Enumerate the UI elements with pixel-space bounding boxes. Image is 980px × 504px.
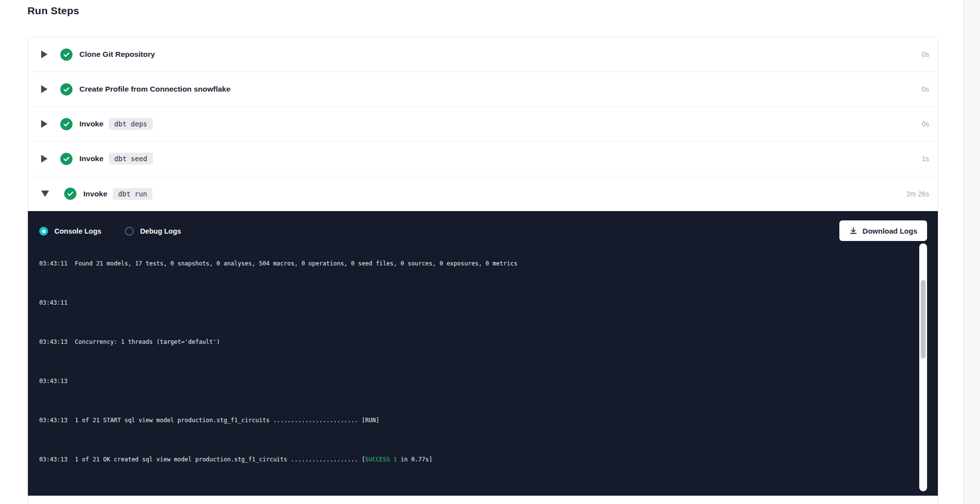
log-line: 03:43:132 of 21 START sql view model pro… [39,494,936,496]
run-step-row[interactable]: Invoke dbt run 2m 26s [28,176,938,211]
log-status: [RUN] [358,495,379,496]
right-gutter [963,0,980,504]
run-step-row[interactable]: Clone Git Repository 0s [28,37,938,72]
log-scrollbar-thumb[interactable] [921,280,926,359]
log-type-radio[interactable]: Console Logs [39,227,101,236]
step-duration: 0s [922,120,929,128]
expand-caret-icon[interactable] [41,155,48,163]
step-label: Clone Git Repository [79,50,155,59]
log-message: 1 of 21 OK created sql view model produc… [75,456,358,463]
console-log-output[interactable]: 03:43:11Found 21 models, 17 tests, 0 sna… [39,243,936,496]
log-line: 03:43:11 [39,298,936,308]
console-header: Console Logs Debug Logs Download Logs [28,211,938,243]
radio-icon[interactable] [39,227,48,236]
run-detail-page: Run Steps Clone Git Repository 0s Create… [0,0,980,504]
log-timestamp: 03:43:13 [39,376,68,386]
step-label: Invoke [79,120,103,128]
log-message: 2 of 21 START sql view model production.… [75,495,358,496]
step-command-chip: dbt seed [109,153,152,165]
expand-caret-icon[interactable] [41,191,49,197]
log-timestamp: 03:43:13 [39,337,68,347]
log-line: 03:43:13 [39,376,936,386]
console-panel: Console Logs Debug Logs Download Logs 03… [28,211,938,496]
run-step-row[interactable]: Invoke dbt seed 1s [28,142,938,176]
run-steps-card: Clone Git Repository 0s Create Profile f… [27,37,938,504]
run-step-row[interactable]: Invoke dbt deps 0s [28,107,938,142]
success-check-icon [60,118,73,130]
step-label: Invoke [79,154,103,163]
radio-icon[interactable] [125,227,134,236]
log-line: 03:43:13Concurrency: 1 threads (target='… [39,337,936,347]
log-timestamp: 03:43:13 [39,455,68,464]
log-scrollbar-track[interactable] [919,243,927,491]
step-command-chip: dbt run [113,188,152,200]
log-status: [RUN] [358,417,379,424]
log-timestamp: 03:43:13 [39,415,68,425]
success-check-icon [60,48,73,61]
success-check-icon [60,153,73,165]
log-status: [SUCCESS 1 in 0.77s] [358,456,433,463]
download-icon [849,227,858,235]
expand-caret-icon[interactable] [41,120,48,128]
log-lines: 03:43:11Found 21 models, 17 tests, 0 sna… [39,243,936,496]
radio-label: Debug Logs [140,227,181,235]
log-type-radio[interactable]: Debug Logs [125,227,181,236]
log-message: Found 21 models, 17 tests, 0 snapshots, … [75,260,517,267]
log-message: Concurrency: 1 threads (target='default'… [75,338,220,345]
expand-caret-icon[interactable] [41,50,48,58]
step-command-chip: dbt deps [109,118,152,130]
log-timestamp: 03:43:11 [39,298,68,308]
run-step-row[interactable]: Create Profile from Connection snowflake… [28,72,938,107]
step-duration: 0s [922,50,929,58]
log-line: 03:43:11Found 21 models, 17 tests, 0 sna… [39,259,936,268]
log-line: 03:43:131 of 21 START sql view model pro… [39,415,936,425]
step-duration: 0s [922,85,929,93]
expand-caret-icon[interactable] [41,85,48,93]
download-logs-button[interactable]: Download Logs [839,220,927,241]
radio-label: Console Logs [54,227,101,235]
success-check-icon [64,188,76,200]
step-duration: 1s [922,155,929,163]
log-timestamp: 03:43:13 [39,494,68,496]
log-line: 03:43:131 of 21 OK created sql view mode… [39,455,936,464]
step-label: Create Profile from Connection snowflake [79,85,230,94]
log-timestamp: 03:43:11 [39,259,68,268]
success-check-icon [60,83,73,96]
step-duration: 2m 26s [906,190,929,198]
run-steps-list: Clone Git Repository 0s Create Profile f… [28,37,938,211]
step-label: Invoke [83,190,107,198]
page-title: Run Steps [27,5,79,17]
log-message: 1 of 21 START sql view model production.… [75,417,358,424]
download-logs-label: Download Logs [862,227,917,235]
log-type-radio-group: Console Logs Debug Logs [39,227,205,236]
